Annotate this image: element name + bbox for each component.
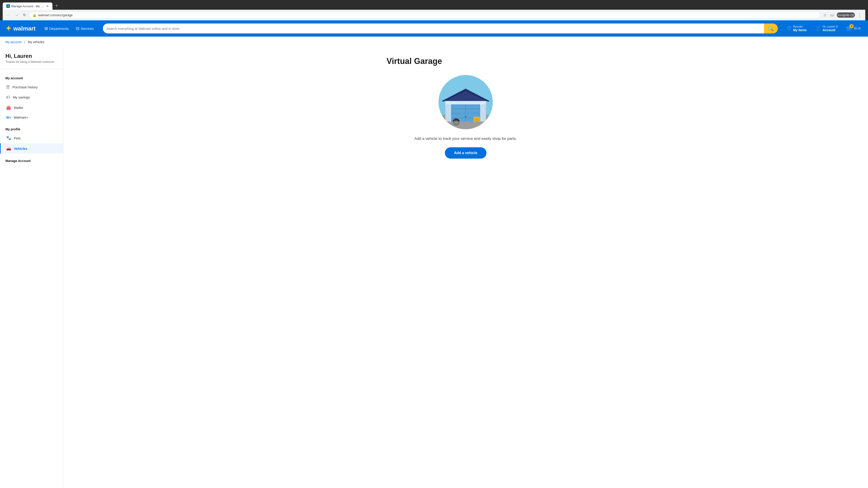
- bookmark-icon[interactable]: ☆: [822, 12, 828, 19]
- sidebar-greeting-name: Hi, Lauren: [5, 53, 58, 59]
- tab-title: Manage Account - My vehicles...: [11, 4, 45, 8]
- sidebar-toggle-icon[interactable]: ▭: [829, 12, 835, 19]
- reorder-main: My Items: [793, 28, 807, 32]
- cart-text: $0.00: [854, 27, 861, 30]
- sidebar-item-wallet[interactable]: 👛 Wallet: [0, 102, 63, 113]
- reload-button[interactable]: ↻: [22, 11, 27, 19]
- search-button[interactable]: 🔍: [764, 24, 778, 33]
- add-vehicle-button[interactable]: Add a vehicle: [445, 147, 486, 159]
- services-nav[interactable]: ⊟ Services: [72, 20, 97, 37]
- wallet-icon: 👛: [6, 105, 11, 110]
- sidebar-item-label: Purchase history: [12, 85, 38, 89]
- pets-icon: 🐾: [6, 135, 11, 140]
- new-tab-button[interactable]: +: [53, 2, 60, 10]
- purchase-history-icon: ☰: [6, 85, 10, 90]
- incognito-badge: Incognito (3): [837, 12, 855, 18]
- account-text: Hi, Lauren D Account: [823, 25, 838, 32]
- svg-rect-18: [474, 118, 479, 122]
- cart-action[interactable]: 🛒 0 $0.00: [844, 25, 863, 32]
- reorder-sub: Reorder: [793, 25, 807, 28]
- browser-tabs: ★ Manage Account - My vehicles... ✕ +: [3, 2, 865, 10]
- account-action[interactable]: 👤 Hi, Lauren D Account: [813, 24, 840, 33]
- walmart-logo[interactable]: ✦ walmart: [5, 24, 35, 33]
- page-title: Virtual Garage: [386, 57, 545, 66]
- wishlist-action[interactable]: ♡ Reorder My Items: [785, 24, 809, 33]
- account-sub: Hi, Lauren D: [823, 25, 838, 28]
- sidebar: Hi, Lauren Thanks for being a Walmart cu…: [0, 47, 63, 488]
- cart-icon: 🛒 0: [846, 26, 852, 31]
- vehicles-icon: 🚗: [6, 146, 11, 151]
- browser-toolbar: ← → ↻ 🔒 walmart.com/acc/garage ☆ ▭ Incog…: [3, 10, 865, 20]
- sidebar-greeting-sub: Thanks for being a Walmart customer: [5, 60, 58, 64]
- reorder-text: Reorder My Items: [793, 25, 807, 32]
- breadcrumb: My account / My vehicles: [0, 37, 868, 47]
- breadcrumb-separator: /: [24, 40, 25, 44]
- sidebar-item-label: Wallet: [14, 106, 23, 109]
- services-label: Services: [81, 27, 94, 31]
- svg-point-11: [465, 116, 467, 118]
- back-button[interactable]: ←: [5, 12, 12, 19]
- tab-close-button[interactable]: ✕: [46, 4, 49, 8]
- menu-icon[interactable]: ⋮: [857, 12, 863, 19]
- header-search: 🔍: [103, 24, 778, 33]
- my-profile-section-label: My profile: [0, 124, 63, 133]
- url-text: walmart.com/acc/garage: [38, 13, 817, 17]
- svg-rect-19: [438, 121, 493, 129]
- sidebar-item-purchase-history[interactable]: ☰ Purchase history: [0, 82, 63, 92]
- cart-price: $0.00: [854, 27, 861, 30]
- sidebar-item-label: My savings: [13, 95, 30, 99]
- sidebar-item-my-savings[interactable]: 🏷 My savings: [0, 92, 63, 102]
- browser-chrome: ★ Manage Account - My vehicles... ✕ + ← …: [0, 0, 868, 20]
- departments-nav[interactable]: ⊞ Departments: [41, 20, 72, 37]
- cart-count-badge: 0: [849, 24, 854, 28]
- address-bar[interactable]: 🔒 walmart.com/acc/garage: [29, 12, 820, 19]
- my-savings-icon: 🏷: [6, 95, 10, 100]
- virtual-garage-section: Virtual Garage: [386, 57, 545, 159]
- account-main: Account: [823, 28, 838, 32]
- sidebar-item-pets[interactable]: 🐾 Pets: [0, 133, 63, 143]
- walmart-spark-icon: ✦: [5, 24, 11, 33]
- search-input[interactable]: [103, 24, 764, 33]
- sidebar-item-label: Pets: [14, 136, 21, 140]
- svg-rect-13: [481, 104, 486, 123]
- breadcrumb-parent[interactable]: My account: [5, 40, 22, 44]
- header-nav: ⊞ Departments ⊟ Services: [41, 20, 97, 37]
- sidebar-item-label: Vehicles: [14, 147, 27, 151]
- account-icon: 👤: [815, 26, 821, 31]
- departments-label: Departments: [49, 27, 69, 31]
- breadcrumb-current: My vehicles: [28, 40, 44, 44]
- garage-description: Add a vehicle to track your service and …: [386, 136, 545, 141]
- manage-account-section-label: Manage Account: [0, 156, 63, 164]
- heart-icon: ♡: [787, 26, 792, 31]
- svg-rect-12: [445, 104, 450, 123]
- garage-illustration: [438, 75, 493, 129]
- page-content: Hi, Lauren Thanks for being a Walmart cu…: [0, 47, 868, 488]
- walmart-logo-text: walmart: [13, 25, 35, 32]
- sidebar-item-walmart-plus[interactable]: W+ Walmart+: [0, 113, 63, 122]
- header-actions: ♡ Reorder My Items 👤 Hi, Lauren D Accoun…: [785, 24, 863, 33]
- sidebar-greeting: Hi, Lauren Thanks for being a Walmart cu…: [0, 53, 63, 69]
- main-area: Virtual Garage: [63, 47, 868, 488]
- departments-icon: ⊞: [44, 26, 48, 31]
- my-account-section-label: My account: [0, 73, 63, 82]
- walmart-header: ✦ walmart ⊞ Departments ⊟ Services 🔍 ♡ R…: [0, 20, 868, 37]
- services-icon: ⊟: [76, 26, 79, 31]
- garage-svg: [438, 75, 493, 129]
- active-tab[interactable]: ★ Manage Account - My vehicles... ✕: [3, 2, 53, 10]
- toolbar-actions: ☆ ▭ Incognito (3) ⋮: [822, 12, 863, 19]
- sidebar-item-label: Walmart+: [13, 116, 28, 119]
- forward-button[interactable]: →: [13, 12, 20, 19]
- sidebar-item-vehicles[interactable]: 🚗 Vehicles: [0, 143, 63, 154]
- walmart-plus-icon: W+: [6, 116, 11, 119]
- tab-favicon: ★: [6, 4, 10, 8]
